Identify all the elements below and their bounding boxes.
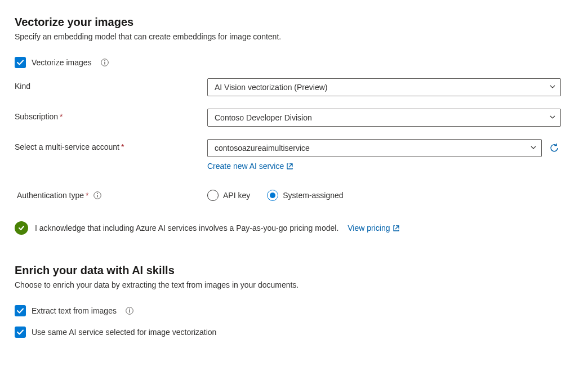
create-link-text: Create new AI service [207,162,284,171]
required-marker: * [60,112,63,121]
auth-system-assigned-option[interactable]: System-assigned [267,190,343,201]
vectorize-subtitle: Specify an embedding model that can crea… [15,32,573,41]
extract-text-label: Extract text from images [32,306,117,315]
required-marker: * [86,191,88,200]
info-icon[interactable] [93,191,101,199]
external-link-icon [286,163,293,170]
radio-checked-icon [267,190,278,201]
account-label: Select a multi-service account [15,142,119,151]
chevron-down-icon [549,113,556,122]
svg-rect-8 [129,310,130,313]
auth-radio-group: API key System-assigned [207,187,561,201]
same-service-checkbox[interactable] [15,327,26,338]
auth-api-label: API key [223,191,250,200]
svg-point-4 [97,193,98,194]
svg-rect-5 [97,195,97,198]
extract-text-checkbox[interactable] [15,305,26,316]
view-pricing-link[interactable]: View pricing [348,223,399,232]
acknowledge-text: I acknowledge that including Azure AI se… [35,223,338,232]
account-select[interactable]: contosoazureaimultiservice [207,139,542,157]
svg-point-7 [129,308,130,310]
account-value: contosoazureaimultiservice [215,144,310,153]
kind-label: Kind [15,82,30,91]
vectorize-title: Vectorize your images [15,16,573,29]
svg-rect-2 [104,62,105,65]
checkmark-icon [16,328,24,336]
vectorize-images-checkbox[interactable] [15,57,26,68]
subscription-select[interactable]: Contoso Developer Division [207,109,561,127]
info-icon[interactable] [126,307,133,315]
info-icon[interactable] [101,59,109,66]
external-link-icon [393,225,400,232]
view-pricing-text: View pricing [348,223,390,232]
acknowledge-checkmark[interactable] [15,221,28,235]
subscription-label: Subscription [15,112,58,121]
auth-api-key-option[interactable]: API key [207,190,250,201]
vectorize-images-label: Vectorize images [32,58,92,67]
chevron-down-icon [530,144,537,153]
vectorize-section: Vectorize your images Specify an embeddi… [15,16,573,235]
create-ai-service-link[interactable]: Create new AI service [207,162,293,171]
refresh-icon [549,143,559,153]
enrich-title: Enrich your data with AI skills [15,264,573,277]
kind-select[interactable]: AI Vision vectorization (Preview) [207,78,561,96]
radio-unchecked-icon [207,190,219,201]
chevron-down-icon [549,83,556,92]
subscription-value: Contoso Developer Division [215,113,312,122]
required-marker: * [121,142,124,151]
checkmark-icon [17,224,25,232]
refresh-button[interactable] [547,141,561,155]
same-service-label: Use same AI service selected for image v… [32,328,216,337]
auth-label: Authentication type [17,191,84,200]
auth-sys-label: System-assigned [283,191,343,200]
svg-point-1 [104,60,105,61]
checkmark-icon [16,307,24,315]
enrich-subtitle: Choose to enrich your data by extracting… [15,280,573,289]
kind-value: AI Vision vectorization (Preview) [215,83,327,92]
checkmark-icon [16,59,24,66]
enrich-section: Enrich your data with AI skills Choose t… [15,264,573,338]
